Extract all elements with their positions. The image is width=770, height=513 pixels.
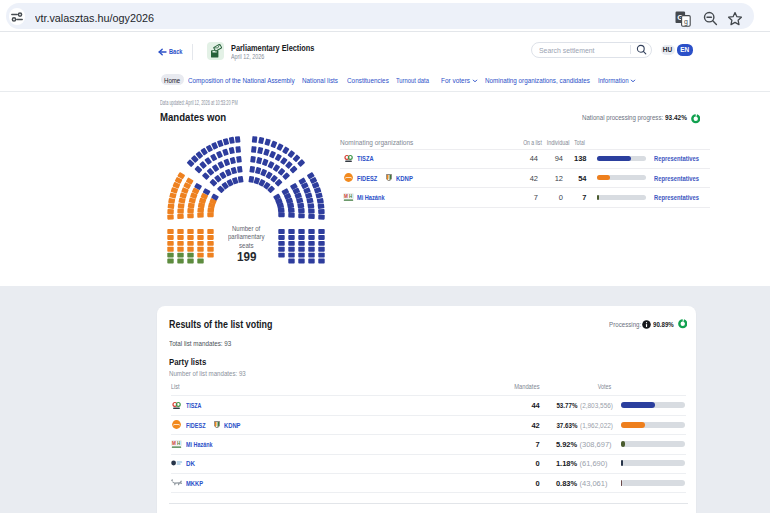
svg-text:M: M — [172, 441, 176, 446]
svg-text:M: M — [344, 194, 348, 199]
svg-text:g: g — [684, 17, 688, 25]
